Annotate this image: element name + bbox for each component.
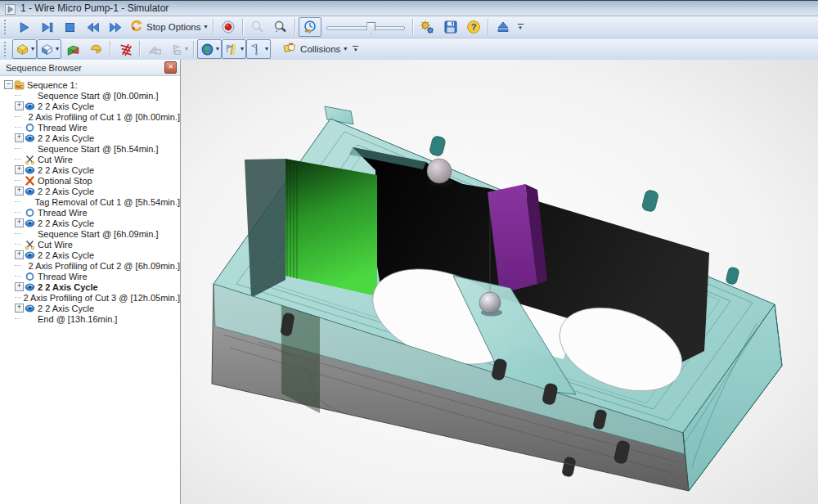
stop-options-button[interactable]: Stop Options ▾: [127, 17, 210, 37]
separator: [294, 19, 296, 35]
speed-slider[interactable]: [326, 20, 405, 34]
view-section-button[interactable]: [84, 39, 107, 59]
step-forward-button[interactable]: [35, 17, 58, 37]
thread-wire-icon: [25, 272, 37, 281]
eject-icon[interactable]: [492, 17, 515, 37]
toolbar-playback: Stop Options ▾ ?: [0, 16, 818, 38]
tree-item[interactable]: Thread Wire: [0, 122, 180, 133]
tree-item[interactable]: Tag Removal of Cut 1 @ [5h.54min.]: [0, 196, 180, 207]
tree-item[interactable]: +2 2 Axis Cycle: [0, 186, 180, 196]
wire-moves-button[interactable]: [114, 39, 137, 59]
collisions-icon: [281, 41, 297, 58]
separator: [488, 19, 489, 35]
separator: [110, 41, 111, 57]
zoom-out-icon[interactable]: [246, 17, 269, 37]
tree-item[interactable]: +2 2 Axis Cycle: [0, 164, 180, 175]
tree-item[interactable]: 2 Axis Profiling of Cut 2 @ [6h.09min.]: [0, 260, 180, 271]
panel-close-button[interactable]: ✕: [164, 61, 177, 74]
cycle-icon: [25, 304, 37, 313]
tree-item-label: Thread Wire: [37, 208, 88, 218]
tree-item[interactable]: +2 2 Axis Cycle: [0, 101, 180, 111]
tree-connector: [15, 116, 21, 117]
fast-forward-button[interactable]: [104, 17, 127, 37]
tree-expander[interactable]: +: [15, 218, 24, 227]
stop-button[interactable]: [58, 17, 81, 37]
view-comparison-button[interactable]: [61, 39, 84, 59]
tree-item[interactable]: Cut Wire: [0, 239, 180, 250]
tree-item[interactable]: Thread Wire: [0, 207, 180, 218]
rewind-button[interactable]: [81, 17, 104, 37]
collisions-button[interactable]: Collisions ▾: [279, 39, 349, 59]
snapshot-icon[interactable]: [143, 39, 166, 59]
toolbar-grip[interactable]: [4, 20, 10, 34]
thread-wire-icon: [25, 123, 37, 133]
tree-expander[interactable]: +: [15, 304, 24, 313]
world-view-button[interactable]: ▾: [197, 39, 222, 59]
tree-item[interactable]: 2 Axis Profiling of Cut 1 @ [0h.00min.]: [0, 111, 180, 122]
toolbar-overflow-button[interactable]: ▾: [518, 24, 524, 30]
tree-connector: [15, 159, 21, 160]
separator: [213, 19, 214, 35]
tree-item[interactable]: 2 Axis Profiling of Cut 3 @ [12h.05min.]: [0, 292, 180, 303]
tree-expander[interactable]: −: [4, 80, 13, 89]
help-icon[interactable]: ?: [462, 17, 485, 37]
tree-item[interactable]: Thread Wire: [0, 271, 180, 281]
tree-item[interactable]: Optional Stop: [0, 175, 180, 186]
tree-item[interactable]: +2 2 Axis Cycle: [0, 303, 180, 313]
tree-expander[interactable]: +: [15, 165, 24, 174]
tree-item-label: 2 2 Axis Cycle: [37, 101, 94, 111]
zoom-in-icon[interactable]: [269, 17, 292, 37]
view-stock-button[interactable]: ▾: [12, 39, 37, 59]
tree-item[interactable]: Cut Wire: [0, 154, 180, 164]
tree-connector: [15, 297, 21, 298]
tree-item-label: Thread Wire: [37, 272, 88, 281]
pocket-left-wall-shaded: [245, 159, 285, 298]
tree-expander[interactable]: +: [15, 282, 24, 291]
toolbar-overflow-button[interactable]: ▾: [353, 46, 358, 52]
tree-connector: [15, 180, 21, 181]
toolbar-grip[interactable]: [4, 42, 10, 56]
tree-item-label: 2 2 Axis Cycle: [37, 250, 94, 260]
viewport-3d[interactable]: [181, 60, 818, 504]
tree-item[interactable]: Sequence Start @ [6h.09min.]: [0, 228, 180, 239]
cycle-icon: [25, 218, 37, 228]
tree-expander[interactable]: +: [15, 250, 24, 259]
svg-text:?: ?: [470, 22, 476, 32]
nc-program-icon: NC: [14, 80, 26, 90]
view-target-button[interactable]: ▾: [37, 39, 61, 59]
sequence-browser-title: Sequence Browser: [6, 63, 82, 73]
green-cut-face: [285, 159, 377, 296]
speed-slider-track[interactable]: [326, 26, 405, 30]
tree-item-label: End @ [13h.16min.]: [37, 314, 117, 324]
separator: [242, 19, 244, 35]
record-button[interactable]: [217, 17, 240, 37]
svg-text:NC: NC: [16, 83, 23, 88]
tree-item[interactable]: −NCSequence 1:: [0, 79, 180, 90]
speed-toggle-button[interactable]: [299, 17, 321, 37]
cycle-icon: [25, 133, 37, 143]
annotation-flag-icon[interactable]: ▾: [166, 39, 191, 59]
tree-item[interactable]: +2 2 Axis Cycle: [0, 281, 180, 292]
tree-item-label: Cut Wire: [37, 240, 73, 250]
tree-item-label: 2 Axis Profiling of Cut 1 @ [0h.00min.]: [28, 112, 180, 122]
speed-slider-thumb[interactable]: [366, 22, 375, 34]
marker-display-button[interactable]: ▾: [246, 39, 271, 59]
tree-expander[interactable]: +: [15, 133, 24, 142]
tree-connector: [15, 318, 21, 319]
tree-item[interactable]: +2 2 Axis Cycle: [0, 218, 180, 228]
tree-expander[interactable]: +: [15, 187, 24, 196]
tree-expander[interactable]: +: [15, 101, 24, 110]
tree-item[interactable]: +2 2 Axis Cycle: [0, 133, 180, 143]
tree-item[interactable]: +2 2 Axis Cycle: [0, 250, 180, 260]
save-icon[interactable]: [439, 17, 462, 37]
optional-stop-icon: [25, 176, 37, 186]
play-button[interactable]: [12, 17, 35, 37]
wire-display-button[interactable]: ▾: [222, 39, 246, 59]
tree-connector: [15, 148, 21, 149]
tree-item[interactable]: Sequence Start @ [5h.54min.]: [0, 143, 180, 154]
machine-settings-icon[interactable]: [416, 17, 439, 37]
tree-item[interactable]: End @ [13h.16min.]: [0, 313, 180, 324]
tree-item[interactable]: Sequence Start @ [0h.00min.]: [0, 90, 180, 101]
tree-item-label: 2 Axis Profiling of Cut 3 @ [12h.05min.]: [22, 293, 180, 303]
tree-item-label: Sequence Start @ [5h.54min.]: [37, 144, 159, 154]
